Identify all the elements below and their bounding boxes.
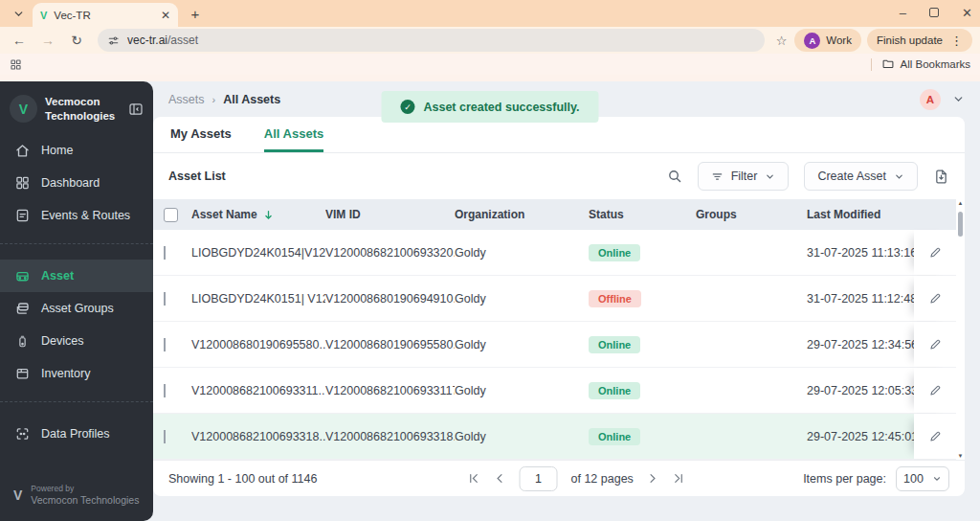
vim-id-cell: V120008680190694910... (325, 292, 455, 306)
forward-button[interactable]: → (36, 29, 59, 52)
last-modified-cell: 29-07-2025 12:45:01 (807, 430, 914, 443)
all-bookmarks-label: All Bookmarks (901, 58, 971, 70)
table-scrollbar[interactable]: ▲ ▼ (956, 199, 965, 460)
profile-chip[interactable]: A Work (794, 29, 861, 52)
theme-strip (0, 75, 980, 81)
sidebar-item-dashboard[interactable]: Dashboard (0, 167, 153, 199)
site-settings-icon[interactable] (107, 34, 120, 47)
table-row[interactable]: LIOBGDYD24K0151| V12... V120008680190694… (153, 276, 965, 322)
company-logo: V (10, 95, 37, 123)
column-organization[interactable]: Organization (455, 208, 589, 221)
finish-update-button[interactable]: Finish update ⋮ (867, 29, 972, 52)
browser-menu-icon[interactable]: ⋮ (950, 34, 963, 48)
user-avatar[interactable]: A (920, 89, 941, 110)
window-close-button[interactable]: ✕ (962, 6, 972, 20)
row-actions (914, 276, 956, 321)
last-page-icon[interactable] (673, 472, 685, 485)
tab-my-assets[interactable]: My Assets (170, 117, 232, 152)
column-last-modified[interactable]: Last Modified (807, 208, 914, 221)
sidebar: V Vecmocon Technologies Home Dashboard E… (0, 81, 153, 521)
table-row[interactable]: V120008682100693318... V1200086821006933… (153, 414, 965, 460)
vecmocon-logo-icon: V (13, 487, 22, 503)
sidebar-item-asset-groups[interactable]: Asset Groups (0, 292, 153, 325)
address-bar[interactable]: vec-tr.ai/asset (98, 29, 765, 52)
prev-page-icon[interactable] (494, 472, 506, 485)
new-tab-button[interactable]: + (184, 2, 207, 25)
scrollbar-thumb[interactable] (958, 212, 963, 237)
last-modified-cell: 29-07-2025 12:05:33 (807, 384, 914, 397)
all-bookmarks-button[interactable]: All Bookmarks (881, 57, 971, 71)
browser-tab[interactable]: V Vec-TR ✕ (33, 3, 178, 27)
column-asset-name[interactable]: Asset Name (191, 208, 325, 221)
url-text: vec-tr.ai/asset (127, 34, 198, 47)
breadcrumb-assets[interactable]: Assets (168, 93, 205, 106)
page-number-input[interactable] (520, 466, 558, 491)
window-maximize-button[interactable] (929, 8, 939, 17)
chevron-down-icon (13, 9, 24, 19)
row-checkbox[interactable] (164, 384, 166, 397)
devices-icon (14, 334, 31, 349)
row-checkbox[interactable] (164, 430, 166, 443)
sort-desc-icon[interactable] (262, 209, 275, 221)
asset-table: Asset Name VIM ID Organization Status Gr… (153, 199, 965, 460)
reload-button[interactable]: ↻ (65, 29, 88, 52)
bookmark-star-icon[interactable]: ☆ (776, 34, 788, 48)
sidebar-item-label: Home (41, 144, 73, 157)
create-asset-button[interactable]: Create Asset (804, 162, 918, 191)
sidebar-item-inventory[interactable]: Inventory (0, 357, 153, 390)
table-row[interactable]: V120008680190695580... V1200086801906955… (153, 322, 965, 368)
organization-cell: Goldy (455, 384, 589, 397)
organization-cell: Goldy (455, 292, 589, 306)
edit-pencil-icon[interactable] (928, 337, 943, 351)
edit-pencil-icon[interactable] (928, 291, 943, 306)
sidebar-item-data-profiles[interactable]: Data Profiles (0, 418, 153, 450)
sidebar-item-home[interactable]: Home (0, 134, 153, 167)
row-checkbox[interactable] (164, 338, 166, 351)
export-icon[interactable] (933, 169, 949, 185)
sidebar-item-asset[interactable]: Asset (0, 260, 153, 292)
column-vim-id[interactable]: VIM ID (325, 208, 455, 221)
filter-button[interactable]: Filter (698, 162, 790, 191)
scroll-down-icon[interactable]: ▼ (958, 453, 964, 459)
next-page-icon[interactable] (647, 472, 659, 485)
sidebar-item-devices[interactable]: Devices (0, 325, 153, 357)
back-button[interactable]: ← (8, 29, 31, 52)
organization-cell: Goldy (455, 338, 589, 351)
edit-pencil-icon[interactable] (928, 383, 943, 397)
success-check-icon: ✓ (400, 100, 414, 114)
create-asset-label: Create Asset (817, 170, 886, 183)
table-row[interactable]: V120008682100693311... V1200086821006933… (153, 368, 965, 414)
row-actions (914, 368, 956, 413)
column-status[interactable]: Status (589, 208, 696, 221)
vim-id-cell: V120008682100693320... (325, 246, 455, 260)
row-checkbox[interactable] (164, 246, 166, 260)
dashboard-icon (14, 175, 31, 191)
row-actions (914, 414, 956, 459)
row-checkbox[interactable] (164, 292, 166, 306)
bookmarks-divider (871, 58, 872, 71)
items-per-page-label: Items per page: (803, 472, 886, 486)
scroll-up-icon[interactable]: ▲ (958, 200, 964, 206)
items-per-page-select[interactable]: 100 (896, 466, 949, 491)
tab-all-assets[interactable]: All Assets (264, 117, 323, 152)
select-all-checkbox[interactable] (164, 208, 178, 222)
tab-close-icon[interactable]: ✕ (161, 9, 170, 22)
browser-toolbar: ← → ↻ vec-tr.ai/asset ☆ A Work Finish up… (0, 27, 980, 54)
sidebar-item-events-routes[interactable]: Events & Routes (0, 199, 153, 232)
column-groups[interactable]: Groups (696, 208, 807, 221)
window-minimize-button[interactable]: – (900, 6, 906, 20)
sidebar-item-label: Data Profiles (41, 427, 110, 441)
table-row[interactable]: LIOBGDYD24K0154|V12... V1200086821006933… (153, 230, 965, 276)
search-icon[interactable] (667, 169, 682, 184)
folder-icon (881, 57, 895, 71)
sidebar-collapse-button[interactable] (128, 102, 144, 117)
chevron-down-icon[interactable] (952, 93, 965, 105)
first-page-icon[interactable] (468, 472, 480, 485)
breadcrumb-all-assets: All Assets (223, 93, 280, 106)
apps-grid-icon[interactable] (10, 58, 22, 71)
edit-pencil-icon[interactable] (928, 245, 943, 260)
chevron-down-icon (765, 171, 775, 182)
tab-search-button[interactable] (6, 3, 31, 24)
edit-pencil-icon[interactable] (928, 429, 943, 443)
powered-by-company: Vecmocon Technologies (31, 494, 139, 506)
